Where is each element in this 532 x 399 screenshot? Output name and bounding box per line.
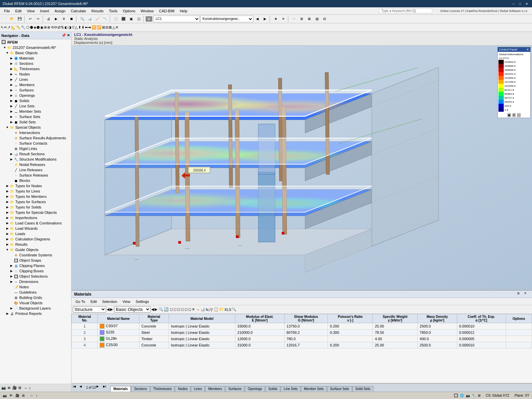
menu-cadbim[interactable]: CAD-BIM — [156, 8, 177, 14]
more-2[interactable]: ⊞ — [298, 15, 305, 23]
t2-6[interactable]: 🔧 — [21, 25, 26, 30]
mat-menu-goto[interactable]: Go To — [73, 299, 88, 304]
mat-tb-1[interactable]: 🔍 — [159, 307, 163, 312]
menu-window[interactable]: Window — [138, 8, 156, 14]
nav-btn-6[interactable]: ↕ — [29, 386, 31, 390]
print-btn[interactable]: 🖨 — [45, 15, 52, 23]
tree-blocks[interactable]: ◼ Blocks — [0, 178, 71, 183]
menu-options[interactable]: Options — [120, 8, 138, 14]
mat-menu-edit[interactable]: Edit — [88, 299, 99, 304]
nav-close[interactable]: ✕ — [67, 33, 70, 38]
tree-solid-sets[interactable]: ▶ ◼ Solid Sets — [0, 119, 71, 125]
open-btn[interactable]: 📂 — [8, 15, 16, 23]
tree-lines[interactable]: ▶ ╱ Lines — [0, 77, 71, 82]
tree-surface-contacts[interactable]: ▫ Surface Contacts — [0, 141, 71, 146]
tab-member-sets[interactable]: Member Sets — [301, 386, 327, 392]
tree-types-special[interactable]: ▶ 📁 Types for Special Objects — [0, 210, 71, 215]
tab-surfaces[interactable]: Surfaces — [225, 386, 244, 392]
tab-surface-sets[interactable]: Surface Sets — [327, 386, 352, 392]
undo-btn[interactable]: ↩ — [27, 15, 34, 23]
t2-18[interactable]: ◐ — [65, 25, 68, 30]
tree-load-cases[interactable]: ▶ 📁 Load Cases & Combinations — [0, 220, 71, 226]
tree-object-selections[interactable]: ▶ 🔲 Object Selections — [0, 274, 71, 279]
tree-visual-objects[interactable]: 🎨 Visual Objects — [0, 300, 71, 306]
status-btn-4[interactable]: ⊞ — [22, 394, 25, 397]
maximize-btn[interactable]: □ — [517, 1, 523, 6]
t2-5[interactable]: 📏 — [16, 25, 21, 30]
status-btn-2[interactable]: 👁 — [9, 394, 13, 397]
nav-btn-3[interactable]: 🎥 — [12, 386, 17, 390]
table-row[interactable]: 3 GL28h Timber Isotropic | Linear Elasti… — [72, 336, 532, 342]
tb-btn-8[interactable]: ⬚ — [112, 15, 119, 23]
tree-openings[interactable]: ▶ □ Openings — [0, 93, 71, 98]
tab-lines[interactable]: Lines — [191, 386, 205, 392]
tree-results[interactable]: ▶ 📁 Results — [0, 242, 71, 247]
search-placeholder[interactable]: Type a keyword (Alt+Q) — [379, 8, 432, 13]
t2-2[interactable]: ✏ — [4, 25, 7, 30]
tree-rigid-links[interactable]: ⊞ Rigid Links — [0, 146, 71, 151]
nav-pin[interactable]: 📌 — [62, 33, 66, 38]
more-3[interactable]: ⊠ — [306, 15, 313, 23]
tab-thicknesses[interactable]: Thicknesses — [150, 386, 175, 392]
mat-tb-4[interactable]: ◻ — [174, 307, 177, 312]
nav-btn-2[interactable]: 👁 — [7, 386, 11, 390]
t2-12[interactable]: ⊕ — [44, 25, 47, 30]
tree-building-grids[interactable]: ⊞ Building Grids — [0, 295, 71, 300]
tree-guidelines[interactable]: — Guidelines — [0, 290, 71, 295]
tree-members[interactable]: ▶ ⚊ Members — [0, 82, 71, 87]
tree-nodal-releases[interactable]: ⚡ Nodal Releases — [0, 162, 71, 167]
tree-printout-reports[interactable]: ▶ 🖨 Printout Reports — [0, 311, 71, 316]
tree-imperfections[interactable]: ▶ 📁 Imperfections — [0, 215, 71, 220]
tree-loads[interactable]: ▶ 📁 Loads — [0, 231, 71, 236]
cp-view-2[interactable]: ⊞ — [512, 113, 516, 117]
nav-btn-5[interactable]: ↔ — [24, 386, 28, 390]
tree-surface-sets[interactable]: ▶ ▫ Surface Sets — [0, 114, 71, 119]
tree-guide-objects[interactable]: ▼ 📁 Guide Objects — [0, 247, 71, 252]
mat-tb-11[interactable]: 📊 — [200, 307, 205, 312]
t2-7[interactable]: ⬡ — [26, 25, 30, 30]
menu-insert[interactable]: Insert — [37, 8, 52, 14]
tree-solids[interactable]: ▶ ◼ Solids — [0, 98, 71, 103]
mat-next[interactable]: ▶ — [110, 307, 113, 312]
tree-materials[interactable]: ▶ 🔷 Materials — [0, 56, 71, 61]
lc-name-selector[interactable]: Konstruktionseigengewi... — [200, 16, 253, 22]
status-icon-2[interactable]: 🌐 — [460, 394, 464, 397]
tb-btn-10[interactable]: ▣ — [127, 15, 135, 23]
t2-32[interactable]: ✕ — [115, 25, 118, 30]
menu-calculate[interactable]: Calculate — [68, 8, 89, 14]
tb-btn-2[interactable]: ⏸ — [60, 15, 67, 23]
tab-materials[interactable]: Materials — [110, 386, 131, 392]
tb-btn-4[interactable]: 🔍 — [78, 15, 86, 23]
t2-21[interactable]: △ — [75, 25, 77, 30]
t2-22[interactable]: ⬆ — [78, 25, 81, 30]
t2-30[interactable]: ⊠ — [109, 25, 112, 30]
tree-surf-results-adj[interactable]: ⚙ Surface Results Adjustments — [0, 135, 71, 141]
mat-tb-16[interactable]: 📁 — [219, 307, 224, 312]
table-row[interactable]: 1 C30/37 Concrete Isotropic | Linear Ela… — [72, 323, 532, 330]
mat-tb-9[interactable]: ✕ — [192, 307, 195, 312]
status-icon-3[interactable]: 📷 — [466, 394, 470, 397]
tb-btn-3[interactable]: ⏹ — [68, 15, 75, 23]
more-4[interactable]: ▤ — [313, 15, 321, 23]
mat-tb-15[interactable]: 📋 — [214, 307, 218, 312]
mat-tb-5[interactable]: ◻ — [177, 307, 180, 312]
menu-help[interactable]: Help — [177, 8, 190, 14]
save-btn[interactable]: 💾 — [16, 15, 23, 23]
prev-lc[interactable]: ◀ — [254, 15, 261, 23]
tree-surface-releases[interactable]: ▫ Surface Releases — [0, 173, 71, 178]
t2-29[interactable]: ⊟ — [105, 25, 108, 30]
close-btn[interactable]: ✕ — [524, 1, 529, 6]
t2-19[interactable]: ◑ — [68, 25, 71, 30]
tree-thicknesses[interactable]: ▶ 📐 Thicknesses — [0, 66, 71, 71]
mat-filter2-next[interactable]: ▶ — [155, 307, 157, 312]
mat-tb-13[interactable]: 𝑓 — [209, 307, 210, 312]
mat-tb-17[interactable]: XLS — [224, 308, 231, 312]
tree-coord-systems[interactable]: ⊕ Coordinate Systems — [0, 252, 71, 258]
tree-member-sets[interactable]: ▶ ⚊ Member Sets — [0, 109, 71, 114]
cp-view-1[interactable]: ▣ — [507, 113, 511, 117]
tree-basic-objects[interactable]: ▼ 📁 Basic Objects — [0, 50, 71, 56]
t2-8[interactable]: ⬢ — [30, 25, 33, 30]
t2-20[interactable]: ▽ — [72, 25, 74, 30]
prev-page[interactable]: ◀ — [79, 385, 85, 391]
mat-filter-select[interactable]: Structure — [73, 306, 106, 313]
